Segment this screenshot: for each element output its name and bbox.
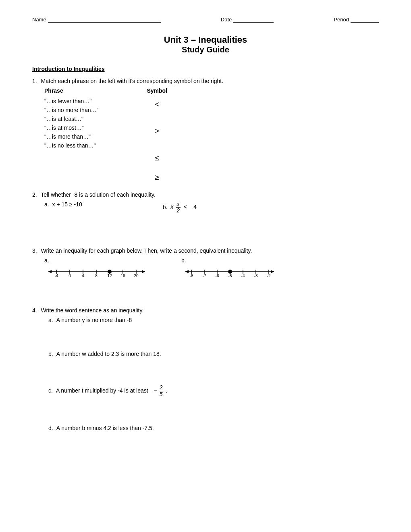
nl-b-arrow-left	[185, 270, 189, 273]
q4c-frac: 2 5	[159, 384, 164, 397]
q4a-label: a.	[48, 317, 53, 323]
phrase-label: Phrase	[44, 87, 98, 94]
nl-b-svg: -8 -7 -6 -5 -4 -3 -2	[181, 264, 278, 279]
q4b-text: A number w added to 2.3 is more than 18.	[56, 351, 161, 357]
x-over-2: x 2	[176, 201, 181, 214]
q2-instruction: Tell whether -8 is a solution of each in…	[41, 191, 156, 198]
q2-b-x: x	[170, 204, 173, 210]
q4b-answer-space	[48, 357, 379, 373]
name-underline	[48, 16, 161, 23]
symbol-greater: >	[155, 125, 159, 137]
nl-a-svg: -4 0 4 8 12 16 20	[44, 264, 149, 279]
nl-a-arrow-right	[142, 270, 145, 273]
frac-den: 2	[176, 208, 181, 214]
q4c-text: A number t multiplied by -4 is at least	[56, 387, 148, 394]
svg-text:-3: -3	[254, 274, 258, 278]
frac-num: x	[176, 201, 181, 208]
period-label: Period	[334, 17, 349, 23]
name-field: Name	[32, 16, 161, 23]
q1-number: 1.	[32, 78, 37, 84]
q2-number: 2.	[32, 191, 37, 198]
q4-part-d: d. A number b minus 4.2 is less than -7.…	[48, 425, 379, 447]
q2-a-label: a.	[44, 201, 49, 208]
number-line-a: a. -4 0 4 8 12 16	[44, 257, 149, 279]
period-field: Period	[334, 16, 379, 23]
q4d-answer-space	[48, 431, 379, 447]
q4a-text: A number y is no more than -8	[56, 317, 132, 323]
q3-answer-space	[32, 279, 379, 295]
nl-a-arrow-left	[48, 270, 52, 273]
q4d-text: A number b minus 4.2 is less than -7.5.	[56, 425, 154, 431]
q4c-label: c.	[48, 387, 53, 394]
date-field: Date	[221, 16, 274, 23]
lt-symbol: <	[184, 204, 187, 210]
nl-a-tick-7: 20	[134, 274, 139, 278]
q4d-inline: d. A number b minus 4.2 is less than -7.…	[48, 425, 379, 431]
question-2: 2. Tell whether -8 is a solution of each…	[32, 191, 379, 238]
phrase-column: Phrase "…is fewer than…" "…is no more th…	[44, 87, 98, 184]
q4b-inline: b. A number w added to 2.3 is more than …	[48, 351, 379, 357]
nl-b-arrow-right	[271, 270, 274, 273]
svg-text:-6: -6	[216, 274, 219, 278]
nl-a-tick-2: 0	[68, 274, 71, 278]
q4-part-c: c. A number t multiplied by -4 is at lea…	[48, 384, 379, 414]
q2-b-label: b.	[163, 204, 168, 210]
name-label: Name	[32, 17, 46, 23]
phrase-symbol-layout: Phrase "…is fewer than…" "…is no more th…	[44, 87, 379, 184]
q4c-period: .	[166, 387, 167, 394]
q4-number: 4.	[32, 307, 37, 314]
q2-b-equation: x x 2 < −4	[170, 204, 197, 210]
neg4: −4	[190, 204, 197, 210]
phrase-4: "…is at most…"	[44, 125, 98, 131]
q4d-label: d.	[48, 425, 53, 431]
q3-text: 3. Write an inequality for each graph be…	[32, 247, 379, 254]
nl-b-dot	[228, 270, 232, 274]
nl-b-label: b.	[181, 257, 186, 264]
q2-b-fraction: x 2 < −4	[176, 204, 197, 210]
q2-part-b: b. x x 2 < −4	[163, 201, 197, 214]
main-title: Unit 3 – Inequalities	[32, 35, 379, 45]
title-block: Unit 3 – Inequalities Study Guide	[32, 35, 379, 54]
nl-a-tick-6: 16	[120, 274, 125, 278]
sub-title: Study Guide	[32, 45, 379, 54]
q2-text: 2. Tell whether -8 is a solution of each…	[32, 191, 379, 198]
page-header: Name Date Period	[32, 16, 379, 23]
nl-a-label: a.	[44, 257, 49, 264]
section-heading: Introduction to Inequalities	[32, 66, 379, 72]
q4-part-b: b. A number w added to 2.3 is more than …	[48, 351, 379, 373]
number-lines: a. -4 0 4 8 12 16	[44, 257, 379, 279]
svg-text:-7: -7	[203, 274, 206, 278]
nl-a-tick-3: 4	[82, 274, 84, 278]
q3-number: 3.	[32, 247, 37, 254]
phrase-3: "…is at least…"	[44, 116, 98, 122]
q1-text: 1. Match each phrase on the left with it…	[32, 78, 379, 84]
symbol-column: Symbol < > ≤ ≥	[147, 87, 167, 184]
phrase-5: "…is more than…"	[44, 133, 98, 140]
nl-a-tick-1: -4	[55, 274, 58, 278]
phrase-1: "…is fewer than…"	[44, 98, 98, 104]
q4c-inline: c. A number t multiplied by -4 is at lea…	[48, 384, 379, 397]
q4c-neg-sign: −	[154, 387, 157, 394]
q4c-answer-space	[48, 397, 379, 414]
q4c-fraction: − 2 5 .	[154, 384, 168, 397]
q4-instruction: Write the word sentence as an inequality…	[41, 307, 144, 314]
period-underline	[351, 16, 379, 23]
nl-a-tick-5: 12	[107, 274, 112, 278]
q4-part-a: a. A number y is no more than -8	[48, 317, 379, 339]
q4-text: 4. Write the word sentence as an inequal…	[32, 307, 379, 314]
svg-text:-8: -8	[190, 274, 193, 278]
svg-text:-5: -5	[228, 274, 232, 278]
q3-instruction: Write an inequality for each graph below…	[41, 247, 252, 254]
date-label: Date	[221, 17, 232, 23]
nl-a-tick-4: 8	[95, 274, 98, 278]
q4c-den: 5	[159, 391, 164, 397]
q4b-label: b.	[48, 351, 53, 357]
symbol-less: <	[155, 98, 159, 111]
question-3: 3. Write an inequality for each graph be…	[32, 247, 379, 295]
q4a-inline: a. A number y is no more than -8	[48, 317, 379, 323]
symbol-geq: ≥	[155, 171, 159, 184]
q1-instruction: Match each phrase on the left with it's …	[41, 78, 223, 84]
q2-b-frac-display: x 2 < −4	[176, 204, 197, 210]
q4a-answer-space	[48, 323, 379, 339]
q2-parts: a. x + 15 ≥ -10 b. x x 2 < −4	[44, 201, 379, 214]
